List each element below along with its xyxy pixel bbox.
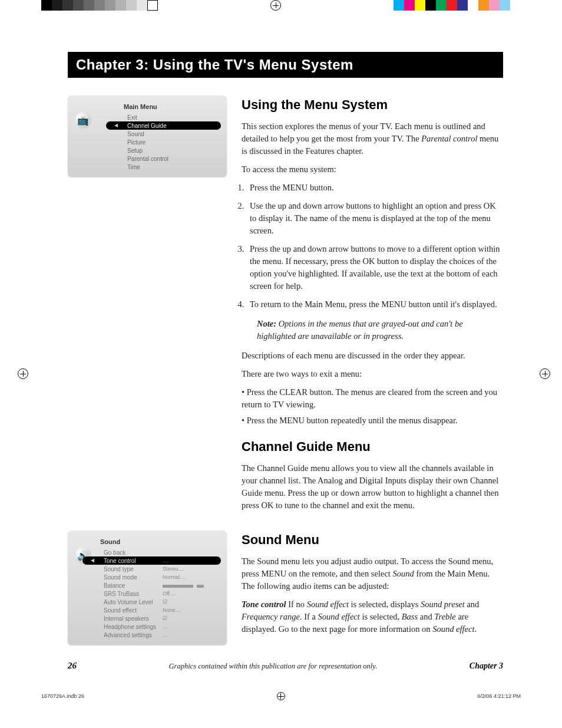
menu-row: Sound effectNone.... — [100, 606, 221, 614]
exit-bullet-1: • Press the CLEAR button. The menus are … — [242, 386, 503, 411]
color-swatch — [404, 0, 415, 11]
channel-body: The Channel Guide menu allows you to vie… — [242, 462, 503, 512]
menu-row-label: Headphone settings — [104, 624, 163, 630]
color-swatch — [137, 0, 147, 11]
color-swatch — [457, 0, 468, 11]
menu-row-value: Normal.... — [163, 574, 186, 581]
menu-row-label: Go back — [104, 549, 163, 556]
print-file: 1670729A.indb 26 — [41, 693, 84, 699]
color-swatch — [115, 0, 126, 11]
color-swatch — [73, 0, 84, 11]
color-swatch — [94, 0, 105, 11]
section-heading-channel: Channel Guide Menu — [242, 437, 503, 456]
step-item: To return to the Main Menu, press the ME… — [246, 298, 503, 311]
print-timestamp: 6/2/06 4:21:12 PM — [477, 693, 521, 699]
color-swatch — [41, 0, 52, 11]
print-metadata: 1670729A.indb 26 6/2/06 4:21:12 PM — [41, 692, 521, 700]
menu-row-label: Advanced settings — [104, 632, 163, 638]
menu-row-value — [163, 582, 204, 589]
main-menu-title: Main Menu — [74, 101, 221, 113]
section-heading-sound: Sound Menu — [242, 531, 503, 549]
menu-row: SRS TruBassOff.... — [100, 589, 221, 598]
step-item: Use the up and down arrow buttons to hig… — [246, 200, 503, 237]
menu-row: Headphone settings.... — [100, 622, 221, 631]
exit-bullet-2: • Press the MENU button repeatedly until… — [242, 414, 503, 427]
descriptions-line: Descriptions of each menu are discussed … — [242, 350, 503, 362]
page-number: 26 — [68, 661, 77, 671]
sound-p1: The Sound menu lets you adjust audio out… — [242, 555, 503, 592]
color-swatch — [447, 0, 457, 11]
menu-row-value: ☑ — [163, 615, 167, 622]
color-swatch — [394, 0, 404, 11]
menu-row-value: ☑ — [163, 599, 167, 605]
color-swatch — [500, 0, 510, 11]
color-swatch — [415, 0, 425, 11]
color-swatch — [489, 0, 500, 11]
print-color-bars — [0, 0, 562, 11]
sound-menu-screenshot: 🔊 Sound Go backTone control....Sound typ… — [68, 531, 227, 645]
menu-row: Sound typeStereo.... — [100, 565, 221, 573]
note-block: Note: Options in the menus that are gray… — [257, 318, 503, 342]
menu-item: Sound — [124, 130, 221, 138]
menu-row-value: None.... — [163, 607, 181, 614]
menu-row-value: .... — [163, 632, 168, 638]
access-line: To access the menu system: — [242, 163, 503, 176]
page-content: Chapter 3: Using the TV's Menu System 📺 … — [0, 11, 562, 706]
exit-intro: There are two ways to exit a menu: — [242, 368, 503, 380]
menu-row-label: Sound mode — [104, 574, 163, 581]
menu-item: Channel Guide — [106, 121, 221, 130]
menu-row: Advanced settings.... — [100, 631, 221, 639]
step-item: Press the up and down arrow buttons to m… — [246, 243, 503, 292]
menu-row: Sound modeNormal.... — [100, 573, 221, 581]
steps-list: Press the MENU button.Use the up and dow… — [246, 182, 503, 311]
step-item: Press the MENU button. — [246, 182, 503, 194]
menu-row: Auto Volume Level☑ — [100, 598, 221, 606]
menu-row-label: Internal speakers — [104, 615, 163, 622]
intro-paragraph: This section explores the menus of your … — [242, 120, 503, 157]
color-swatch — [62, 0, 73, 11]
color-swatch — [105, 0, 115, 11]
menu-row-label: SRS TruBass — [104, 591, 163, 597]
color-swatch — [126, 0, 137, 11]
menu-item: Exit — [124, 113, 221, 121]
color-swatch — [478, 0, 489, 11]
color-swatch — [468, 0, 478, 11]
registration-mark-icon — [270, 0, 281, 11]
color-swatch — [510, 0, 521, 11]
main-menu-screenshot: 📺 Main Menu ExitChannel GuideSoundPictur… — [68, 95, 227, 177]
menu-item: Setup — [124, 146, 221, 154]
section-heading-using: Using the Menu System — [242, 95, 503, 114]
menu-row-value: Off.... — [163, 591, 176, 597]
color-swatch — [147, 0, 158, 11]
menu-row-value: Stereo.... — [163, 566, 184, 572]
chapter-banner: Chapter 3: Using the TV's Menu System — [68, 52, 503, 78]
registration-mark-icon — [277, 692, 285, 700]
menu-row-label: Auto Volume Level — [104, 599, 163, 605]
menu-row: Internal speakers☑ — [100, 614, 221, 622]
menu-row-label: Sound type — [104, 566, 163, 572]
menu-row-label: Balance — [104, 582, 163, 589]
color-swatch — [425, 0, 436, 11]
menu-row-value: .... — [163, 558, 168, 564]
page-footer: 26 Graphics contained within this public… — [68, 661, 503, 671]
menu-item: Parental control — [124, 154, 221, 163]
menu-item: Time — [124, 163, 221, 171]
color-swatch — [84, 0, 94, 11]
color-swatch — [436, 0, 447, 11]
menu-row-value: .... — [163, 624, 168, 630]
menu-row: Go back — [100, 548, 221, 556]
sound-menu-title: Sound — [74, 536, 221, 548]
tone-control-paragraph: Tone control If no Sound effect is selec… — [242, 598, 503, 635]
tv-icon: 📺 — [75, 112, 91, 129]
footer-chapter: Chapter 3 — [470, 661, 503, 671]
menu-row-label: Sound effect — [104, 607, 163, 614]
menu-row: Tone control.... — [82, 556, 221, 565]
menu-row: Balance — [100, 581, 221, 589]
menu-row-label: Tone control — [104, 558, 163, 564]
menu-item: Picture — [124, 138, 221, 146]
color-swatch — [52, 0, 62, 11]
footer-disclaimer: Graphics contained within this publicati… — [169, 662, 378, 671]
